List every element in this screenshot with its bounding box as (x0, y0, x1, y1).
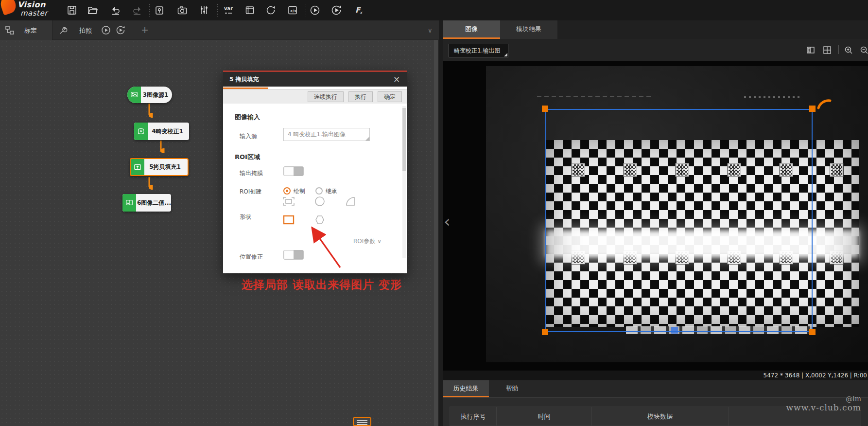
run-continuous-icon[interactable] (331, 5, 342, 16)
image-viewer[interactable]: ‹ (443, 61, 868, 371)
window-panel-icon[interactable] (244, 5, 255, 16)
roi-params-expander[interactable]: ROI参数 ∨ (353, 237, 382, 246)
variables-icon[interactable]: var (223, 5, 234, 16)
image-status-bar: 5472 * 3648 | X,0002 Y,1426 | R:00 (443, 371, 868, 380)
flow-node-collapsed[interactable] (353, 417, 371, 426)
toolbar-separator (217, 4, 218, 17)
roi-selection-rectangle[interactable] (545, 109, 813, 332)
section-image-input: 图像输入 (235, 113, 260, 122)
shape-sector-icon[interactable] (345, 196, 357, 209)
output-mask-toggle[interactable] (283, 166, 304, 176)
flow-node-label: 6图像二值... (136, 199, 171, 207)
brand-name-line2: master (20, 9, 48, 18)
formula-icon[interactable]: Fx (353, 5, 364, 16)
split-view-icon[interactable] (806, 46, 815, 56)
shape-circle-icon[interactable] (313, 196, 326, 209)
lock-icon[interactable] (154, 5, 165, 16)
zoom-out-icon[interactable] (860, 46, 868, 56)
run-loop-icon[interactable] (116, 25, 125, 37)
annotation-text: 选择局部 读取出来得图片 变形 (242, 277, 402, 292)
flow-node-distortion-correction[interactable]: 4畸变校正1 (134, 123, 189, 140)
toolbar-separator (149, 4, 150, 17)
tab-history-results[interactable]: 历史结果 (443, 380, 489, 397)
photo-menubar-icons-decoration (744, 96, 801, 98)
svg-text:var: var (224, 6, 233, 11)
dropdown-grip-icon (504, 53, 507, 56)
sync-icon[interactable] (265, 5, 276, 16)
radio-draw-label[interactable]: 绘制 (294, 188, 305, 195)
execute-button[interactable]: 执行 (348, 91, 373, 102)
confirm-button[interactable]: 确定 (378, 91, 402, 102)
distortion-correction-icon (134, 123, 148, 140)
shape-rectangle-icon[interactable] (282, 214, 295, 227)
roi-handle-bottom-left[interactable] (542, 329, 548, 335)
canvas-scrollbar[interactable] (434, 40, 438, 426)
flow-tab-calibration[interactable]: 标定 (24, 26, 37, 35)
roi-handle-bottom-right[interactable] (809, 329, 816, 335)
continuous-execute-button[interactable]: 连续执行 (308, 91, 344, 102)
dialog-footer: 连续执行 执行 确定 (223, 89, 407, 104)
chevron-down-icon[interactable]: ∨ (428, 27, 433, 34)
roi-create-label: ROI创建 (240, 188, 261, 196)
save-icon[interactable] (67, 5, 77, 16)
zoom-in-icon[interactable] (844, 46, 853, 56)
radio-inherit-label[interactable]: 继承 (326, 188, 337, 195)
flowchart-icon[interactable] (5, 25, 15, 37)
roi-handle-top-right[interactable] (809, 106, 816, 112)
run-icon[interactable] (310, 5, 320, 16)
code-icon[interactable]: </> (287, 5, 298, 16)
undo-icon[interactable] (110, 5, 121, 16)
column-module-data[interactable]: 模块数据 (592, 407, 729, 426)
flow-procedure-capture[interactable]: 拍照 (79, 26, 92, 35)
tab-module-result[interactable]: 模块结果 (500, 20, 557, 39)
redo-icon[interactable] (132, 5, 142, 16)
column-time[interactable]: 时间 (497, 407, 592, 426)
input-source-field[interactable] (283, 128, 370, 141)
roi-rotate-handle[interactable] (817, 95, 833, 110)
section-roi-region: ROI区域 (235, 153, 260, 161)
roi-create-options: 绘制 继承 (283, 186, 337, 195)
tab-help[interactable]: 帮助 (489, 380, 535, 397)
copy-fill-dialog: 5 拷贝填充 × 基本参数 运行参数 结果显示 图像输入 输入源 ROI区域 输… (223, 71, 407, 273)
dialog-scrollbar-thumb[interactable] (402, 108, 406, 171)
grid-view-icon[interactable] (823, 46, 832, 56)
add-tab-button[interactable]: + (141, 24, 149, 35)
copy-fill-icon (131, 159, 144, 175)
radio-inherit[interactable] (315, 187, 323, 195)
open-folder-icon[interactable] (87, 5, 98, 16)
column-exec-index[interactable]: 执行序号 (450, 407, 497, 426)
input-source-label: 输入源 (240, 132, 257, 141)
watermark: @lm www.v-club.com (758, 395, 861, 412)
watermark-line2: www.v-club.com (758, 403, 861, 412)
svg-text:x: x (360, 10, 363, 15)
photo-menubar-decoration (537, 96, 654, 97)
flow-node-copy-fill-selected[interactable]: 5拷贝填充1 (130, 158, 189, 176)
flow-node-label: 3图像源1 (141, 91, 172, 99)
flow-node-image-binarize[interactable]: 6图像二值... (122, 194, 171, 212)
svg-text:</>: </> (290, 9, 297, 13)
app-window: Vision master var (0, 0, 868, 426)
panel-splitter[interactable] (438, 20, 443, 426)
image-source-icon (127, 87, 141, 103)
flow-node-label: 4畸变校正1 (148, 127, 189, 136)
wrench-icon[interactable] (58, 25, 68, 37)
run-once-icon[interactable] (101, 25, 111, 37)
result-view-tabbar: 图像 模块结果 (443, 20, 868, 39)
input-resize-grip[interactable] (365, 137, 369, 141)
close-icon[interactable]: × (391, 74, 402, 85)
collapse-panel-chevron[interactable]: ‹ (444, 212, 451, 231)
toolrow-separator (838, 45, 839, 54)
flow-node-image-source[interactable]: 3图像源1 (127, 87, 172, 103)
app-logo-icon (0, 0, 18, 16)
image-source-dropdown[interactable]: 畸变校正1.输出图 (449, 44, 508, 57)
roi-handle-top-left[interactable] (542, 106, 548, 112)
image-view-toolrow: 畸变校正1.输出图 (443, 39, 868, 61)
shape-polygon-icon[interactable] (313, 214, 326, 227)
position-fix-toggle[interactable] (283, 250, 304, 260)
radio-draw[interactable] (283, 187, 291, 195)
filter-settings-icon[interactable] (199, 5, 209, 16)
camera-icon[interactable] (177, 5, 188, 16)
position-fix-label: 位置修正 (240, 253, 263, 261)
shape-full-roi-icon[interactable] (282, 196, 295, 209)
tab-image[interactable]: 图像 (443, 20, 500, 39)
